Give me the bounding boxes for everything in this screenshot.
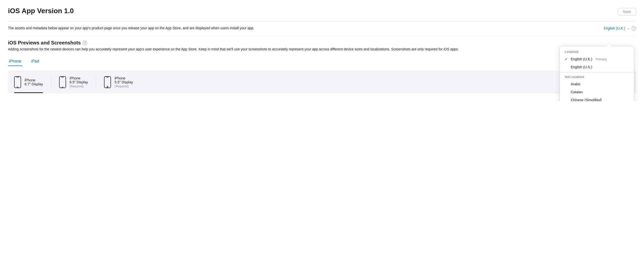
dropdown-label-arabic: Arabic: [571, 82, 581, 86]
svg-rect-3: [59, 76, 66, 88]
devices-area: iPhone 6.7" Display iPhone 6.5" Display …: [8, 71, 636, 93]
device-card-iphone-55[interactable]: iPhone 5.5" Display (Required): [104, 76, 141, 88]
svg-rect-4: [61, 77, 64, 77]
language-dropdown: Localized ✓ English (U.K.) Primary Engli…: [560, 46, 634, 101]
page-header: iOS App Version 1.0 Save: [8, 7, 636, 15]
dropdown-label-english-uk: English (U.K.): [571, 57, 592, 61]
language-label: English (U.K.): [604, 26, 625, 30]
dropdown-divider: [560, 72, 634, 73]
device-card-iphone-67[interactable]: iPhone 6.7" Display: [14, 76, 51, 88]
page-container: iOS App Version 1.0 Save The assets and …: [0, 0, 644, 101]
checkmark-icon: ✓: [565, 57, 569, 61]
device-name-65: iPhone: [70, 76, 88, 80]
tabs-row: iPhone iPad: [8, 57, 636, 66]
dropdown-item-english-uk[interactable]: ✓ English (U.K.) Primary: [560, 55, 634, 63]
language-selector[interactable]: English (U.K.) ⌄: [604, 26, 629, 30]
svg-rect-2: [17, 87, 18, 87]
section-title: iOS Previews and Screenshots ?: [8, 40, 636, 46]
device-required-55: (Required): [114, 85, 133, 88]
localized-group-label: Localized: [560, 49, 634, 55]
device-size-65: 6.5" Display: [70, 80, 88, 84]
device-required-65: (Required): [70, 85, 88, 88]
info-bar: The assets and metadata below appear on …: [8, 25, 636, 31]
section-divider: [8, 36, 636, 36]
svg-point-8: [107, 86, 108, 87]
tab-ipad[interactable]: iPad: [30, 57, 40, 66]
svg-rect-7: [106, 77, 109, 77]
iphone-65-icon: [59, 76, 66, 88]
device-name-55: iPhone: [114, 76, 133, 80]
device-name-67: iPhone: [24, 78, 43, 82]
dropdown-label-english-us: English (U.S.): [571, 65, 592, 69]
header-divider: [8, 21, 636, 21]
device-info-55: iPhone 5.5" Display (Required): [114, 76, 133, 88]
dropdown-item-chinese-simplified[interactable]: Chinese (Simplified): [560, 96, 634, 101]
iphone-icon: [14, 76, 21, 88]
dropdown-label-catalan: Catalan: [571, 90, 583, 94]
info-description: The assets and metadata below appear on …: [8, 25, 254, 31]
device-info-65: iPhone 6.5" Display (Required): [70, 76, 88, 88]
section-description: Adding screenshots for the newest device…: [8, 47, 542, 52]
device-size-67: 6.7" Display: [24, 82, 43, 86]
primary-badge: Primary: [596, 57, 607, 61]
page-title: iOS App Version 1.0: [8, 7, 74, 15]
dropdown-item-catalan[interactable]: Catalan: [560, 88, 634, 96]
chevron-down-icon: ⌄: [627, 27, 629, 29]
device-size-55: 5.5" Display: [114, 80, 133, 84]
svg-rect-0: [14, 76, 21, 88]
section-title-text: iOS Previews and Screenshots: [8, 40, 81, 46]
dropdown-label-chinese-simplified: Chinese (Simplified): [571, 98, 602, 101]
dropdown-triangle: [606, 44, 612, 46]
svg-rect-1: [16, 77, 19, 77]
dropdown-item-arabic[interactable]: Arabic: [560, 80, 634, 88]
dropdown-item-english-us[interactable]: English (U.S.): [560, 63, 634, 71]
svg-rect-5: [62, 87, 64, 87]
device-info-67: iPhone 6.7" Display: [24, 78, 43, 86]
tab-iphone[interactable]: iPhone: [8, 57, 22, 66]
info-help-icon[interactable]: ?: [632, 26, 636, 30]
not-localized-group-label: Not Localized: [560, 74, 634, 80]
section-help-icon[interactable]: ?: [83, 41, 87, 45]
save-button[interactable]: Save: [618, 8, 636, 15]
device-card-iphone-65[interactable]: iPhone 6.5" Display (Required): [59, 76, 96, 88]
iphone-55-icon: [104, 76, 111, 88]
